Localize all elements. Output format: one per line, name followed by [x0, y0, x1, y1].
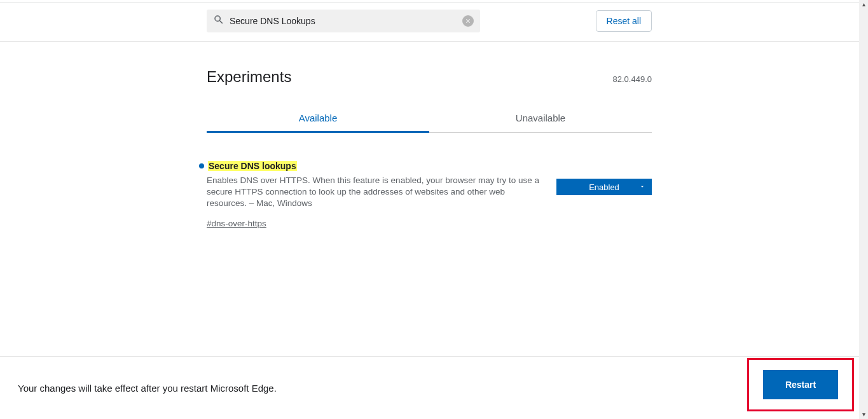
search-input[interactable]: [230, 16, 462, 26]
tab-unavailable[interactable]: Unavailable: [429, 105, 652, 132]
footer-bar: Your changes will take effect after you …: [0, 357, 859, 419]
tab-available[interactable]: Available: [207, 105, 429, 132]
scroll-up-icon[interactable]: ▴: [860, 1, 867, 8]
reset-all-button[interactable]: Reset all: [596, 10, 652, 32]
content-column: Reset all: [207, 0, 652, 32]
search-icon: [213, 14, 224, 28]
restart-button[interactable]: Restart: [763, 370, 838, 399]
flag-title-line: Secure DNS lookups: [199, 161, 541, 171]
chevron-down-icon: [639, 182, 645, 192]
page-header: Experiments 82.0.449.0: [207, 68, 652, 86]
scroll-down-icon[interactable]: ▾: [860, 411, 867, 418]
flag-state-value: Enabled: [589, 182, 619, 192]
search-row: Reset all: [207, 10, 652, 32]
flag-description: Enables DNS over HTTPS. When this featur…: [207, 175, 541, 210]
tabs: Available Unavailable: [207, 105, 652, 133]
flag-details: Secure DNS lookups Enables DNS over HTTP…: [207, 161, 556, 229]
flag-hash-link[interactable]: #dns-over-https: [207, 219, 266, 228]
version-label: 82.0.449.0: [613, 74, 652, 84]
clear-search-icon[interactable]: [462, 15, 474, 27]
modified-indicator-icon: [199, 163, 204, 168]
vertical-scrollbar[interactable]: ▴ ▾: [859, 0, 868, 419]
restart-highlight-box: Restart: [747, 358, 854, 411]
flag-state-dropdown[interactable]: Enabled: [556, 179, 652, 195]
page-title: Experiments: [207, 68, 291, 86]
search-box[interactable]: [207, 10, 480, 32]
restart-message: Your changes will take effect after you …: [18, 383, 277, 394]
flag-title: Secure DNS lookups: [208, 161, 297, 171]
flag-row: Secure DNS lookups Enables DNS over HTTP…: [207, 161, 652, 229]
main-area: Experiments 82.0.449.0 Available Unavail…: [207, 41, 652, 229]
